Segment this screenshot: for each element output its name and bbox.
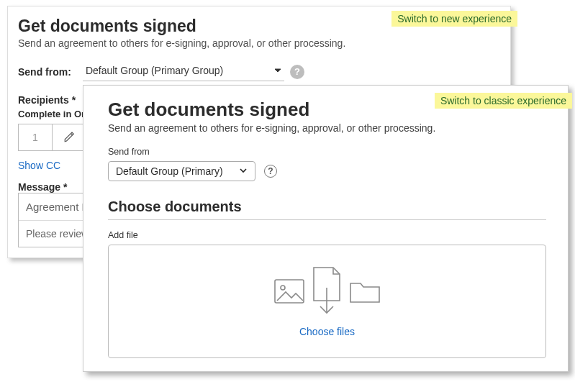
folder-icon (349, 279, 381, 306)
image-icon (274, 279, 304, 306)
send-from-label: Send from (108, 147, 546, 157)
order-number-box: 1 (18, 124, 53, 151)
page-subtitle: Send an agreement to others for e-signin… (18, 37, 500, 49)
document-download-icon (312, 266, 342, 319)
caret-down-icon (274, 65, 281, 76)
send-from-value: Default Group (Primary Group) (86, 65, 223, 76)
send-from-row: Default Group (Primary) ? (108, 161, 546, 181)
dropzone-icons (274, 266, 381, 319)
send-from-value: Default Group (Primary) (116, 165, 223, 177)
send-from-select[interactable]: Default Group (Primary) (108, 161, 255, 181)
svg-point-1 (281, 286, 285, 290)
divider (108, 219, 546, 220)
signer-role-box[interactable] (53, 124, 87, 151)
file-dropzone[interactable]: Choose files (108, 245, 546, 358)
choose-documents-heading: Choose documents (108, 199, 546, 215)
page-subtitle: Send an agreement to others for e-signin… (108, 122, 546, 134)
svg-rect-0 (275, 280, 304, 303)
switch-to-new-banner[interactable]: Switch to new experience (391, 11, 517, 27)
chevron-down-icon (239, 165, 248, 177)
send-from-select[interactable]: Default Group (Primary Group) (83, 62, 284, 81)
add-file-label: Add file (108, 230, 546, 240)
send-from-row: Send from: Default Group (Primary Group)… (18, 62, 500, 81)
switch-to-classic-banner[interactable]: Switch to classic experience (435, 93, 572, 109)
send-from-label: Send from: (18, 66, 71, 78)
help-icon[interactable]: ? (290, 65, 304, 79)
choose-files-link[interactable]: Choose files (299, 326, 355, 337)
pen-icon (63, 130, 76, 145)
new-experience-panel: Switch to classic experience Get documen… (83, 85, 569, 372)
help-icon[interactable]: ? (264, 165, 277, 178)
